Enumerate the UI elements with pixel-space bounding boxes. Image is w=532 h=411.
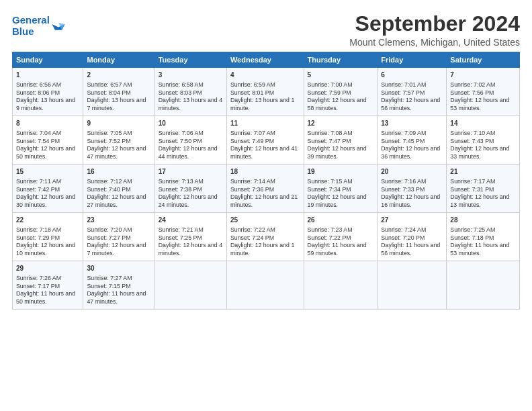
calendar-cell: 9Sunrise: 7:05 AMSunset: 7:52 PMDaylight… <box>83 116 154 165</box>
calendar-cell: 14Sunrise: 7:10 AMSunset: 7:43 PMDayligh… <box>447 116 520 165</box>
subtitle: Mount Clemens, Michigan, United States <box>349 37 520 48</box>
day-number: 28 <box>450 216 516 225</box>
day-info-line: Daylight: 11 hours and 47 minutes. <box>87 290 146 305</box>
day-info-line: Sunset: 8:06 PM <box>16 89 60 96</box>
calendar-week-row: 1Sunrise: 6:56 AMSunset: 8:06 PMDaylight… <box>13 68 520 116</box>
day-number: 29 <box>16 264 79 273</box>
col-header-tuesday: Tuesday <box>154 52 226 68</box>
day-number: 26 <box>308 216 374 225</box>
day-info-line: Sunset: 7:25 PM <box>159 234 202 241</box>
day-info-line: Sunset: 7:22 PM <box>308 234 351 241</box>
day-info-line: Sunset: 7:47 PM <box>308 138 351 144</box>
day-info-line: Sunrise: 7:20 AM <box>87 226 132 233</box>
day-info-line: Daylight: 12 hours and 27 minutes. <box>87 193 146 208</box>
day-info-line: Sunset: 8:04 PM <box>87 89 130 96</box>
day-info-line: Sunset: 7:59 PM <box>308 89 351 96</box>
day-number: 9 <box>87 119 150 128</box>
day-number: 20 <box>381 167 443 177</box>
calendar-cell: 8Sunrise: 7:04 AMSunset: 7:54 PMDaylight… <box>13 116 83 165</box>
day-info-line: Daylight: 13 hours and 1 minute. <box>230 97 294 111</box>
day-info-line: Daylight: 11 hours and 53 minutes. <box>450 242 509 257</box>
day-info-line: Daylight: 13 hours and 9 minutes. <box>16 97 75 111</box>
day-info-line: Daylight: 12 hours and 30 minutes. <box>16 193 75 208</box>
day-info-line: Sunset: 7:40 PM <box>87 186 130 193</box>
day-info-line: Sunset: 7:45 PM <box>381 138 425 144</box>
calendar-week-row: 29Sunrise: 7:26 AMSunset: 7:17 PMDayligh… <box>13 261 520 310</box>
calendar-cell: 26Sunrise: 7:23 AMSunset: 7:22 PMDayligh… <box>304 213 378 261</box>
day-info-line: Sunset: 7:34 PM <box>308 186 351 193</box>
day-info-line: Sunrise: 6:56 AM <box>16 81 61 88</box>
main-title: September 2024 <box>349 12 520 36</box>
day-info-line: Daylight: 12 hours and 19 minutes. <box>308 193 367 208</box>
day-info-line: Sunrise: 7:14 AM <box>230 178 275 185</box>
day-info-line: Sunset: 7:56 PM <box>450 89 494 96</box>
day-info-line: Sunset: 7:49 PM <box>230 138 274 144</box>
day-info-line: Sunset: 7:24 PM <box>230 234 274 241</box>
day-number: 27 <box>381 216 443 225</box>
day-info-line: Daylight: 12 hours and 21 minutes. <box>230 193 298 208</box>
day-info-line: Sunrise: 7:13 AM <box>159 178 204 185</box>
calendar-cell: 23Sunrise: 7:20 AMSunset: 7:27 PMDayligh… <box>83 213 154 261</box>
day-number: 17 <box>159 167 223 177</box>
calendar-cell: 29Sunrise: 7:26 AMSunset: 7:17 PMDayligh… <box>13 261 83 310</box>
day-info-line: Sunrise: 7:27 AM <box>87 275 132 281</box>
day-info-line: Sunset: 7:43 PM <box>450 138 494 144</box>
day-info-line: Daylight: 13 hours and 7 minutes. <box>87 97 146 111</box>
day-number: 25 <box>230 216 300 225</box>
calendar-cell <box>447 261 520 310</box>
day-info-line: Daylight: 12 hours and 41 minutes. <box>230 145 298 160</box>
calendar-cell: 10Sunrise: 7:06 AMSunset: 7:50 PMDayligh… <box>154 116 226 165</box>
day-info-line: Daylight: 12 hours and 58 minutes. <box>308 97 367 111</box>
day-info-line: Daylight: 12 hours and 7 minutes. <box>87 242 146 257</box>
logo-icon <box>51 19 66 34</box>
day-info-line: Daylight: 11 hours and 59 minutes. <box>308 242 367 257</box>
calendar-cell: 6Sunrise: 7:01 AMSunset: 7:57 PMDaylight… <box>378 68 447 116</box>
day-info-line: Sunrise: 7:07 AM <box>230 130 275 136</box>
day-info-line: Sunset: 7:50 PM <box>159 138 202 144</box>
calendar-cell: 17Sunrise: 7:13 AMSunset: 7:38 PMDayligh… <box>154 165 226 213</box>
calendar-week-row: 8Sunrise: 7:04 AMSunset: 7:54 PMDaylight… <box>13 116 520 165</box>
day-info-line: Daylight: 12 hours and 10 minutes. <box>16 242 75 257</box>
day-info-line: Daylight: 13 hours and 4 minutes. <box>159 97 222 111</box>
day-info-line: Sunrise: 6:59 AM <box>230 81 275 88</box>
day-info-line: Sunrise: 7:12 AM <box>87 178 132 185</box>
day-info-line: Sunrise: 7:22 AM <box>230 226 275 233</box>
calendar-cell: 25Sunrise: 7:22 AMSunset: 7:24 PMDayligh… <box>226 213 304 261</box>
day-number: 24 <box>159 216 223 225</box>
calendar-cell: 5Sunrise: 7:00 AMSunset: 7:59 PMDaylight… <box>304 68 378 116</box>
day-number: 10 <box>159 119 223 128</box>
calendar-cell: 11Sunrise: 7:07 AMSunset: 7:49 PMDayligh… <box>226 116 304 165</box>
day-number: 15 <box>16 167 79 177</box>
col-header-friday: Friday <box>378 52 447 68</box>
logo-line2: Blue <box>12 26 34 37</box>
day-info-line: Sunrise: 7:10 AM <box>450 130 495 136</box>
calendar-week-row: 15Sunrise: 7:11 AMSunset: 7:42 PMDayligh… <box>13 165 520 213</box>
calendar-cell: 16Sunrise: 7:12 AMSunset: 7:40 PMDayligh… <box>83 165 154 213</box>
calendar-cell: 1Sunrise: 6:56 AMSunset: 8:06 PMDaylight… <box>13 68 83 116</box>
day-number: 30 <box>87 264 150 273</box>
page: General Blue September 2024 Mount Clemen… <box>0 0 532 411</box>
day-info-line: Daylight: 11 hours and 50 minutes. <box>16 290 75 305</box>
col-header-thursday: Thursday <box>304 52 378 68</box>
day-info-line: Sunset: 7:17 PM <box>16 283 60 289</box>
title-area: September 2024 Mount Clemens, Michigan, … <box>349 12 520 48</box>
calendar-table: SundayMondayTuesdayWednesdayThursdayFrid… <box>12 52 520 310</box>
col-header-saturday: Saturday <box>447 52 520 68</box>
day-number: 3 <box>159 71 223 80</box>
day-info-line: Daylight: 11 hours and 56 minutes. <box>381 242 440 257</box>
day-info-line: Sunset: 7:38 PM <box>159 186 202 193</box>
day-info-line: Daylight: 12 hours and 24 minutes. <box>159 193 218 208</box>
calendar-week-row: 22Sunrise: 7:18 AMSunset: 7:29 PMDayligh… <box>13 213 520 261</box>
day-info-line: Daylight: 12 hours and 53 minutes. <box>450 97 509 111</box>
day-info-line: Sunrise: 6:57 AM <box>87 81 132 88</box>
day-number: 22 <box>16 216 79 225</box>
day-info-line: Daylight: 12 hours and 47 minutes. <box>87 145 146 160</box>
day-number: 12 <box>308 119 374 128</box>
day-number: 19 <box>308 167 374 177</box>
day-info-line: Sunrise: 7:02 AM <box>450 81 495 88</box>
day-number: 11 <box>230 119 300 128</box>
calendar-cell: 27Sunrise: 7:24 AMSunset: 7:20 PMDayligh… <box>378 213 447 261</box>
day-info-line: Daylight: 12 hours and 33 minutes. <box>450 145 509 160</box>
day-info-line: Sunset: 7:57 PM <box>381 89 425 96</box>
calendar-cell: 7Sunrise: 7:02 AMSunset: 7:56 PMDaylight… <box>447 68 520 116</box>
